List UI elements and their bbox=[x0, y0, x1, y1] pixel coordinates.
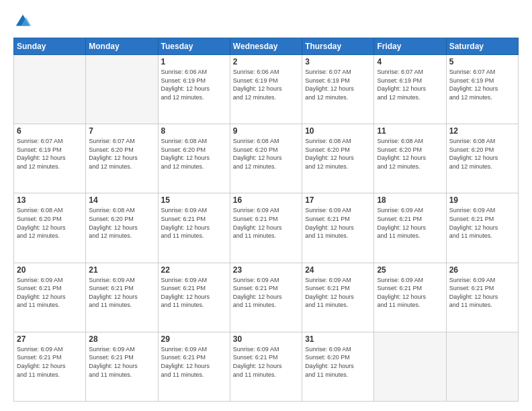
day-number: 3 bbox=[305, 57, 371, 66]
day-number: 22 bbox=[161, 265, 227, 275]
day-number: 8 bbox=[161, 126, 227, 136]
day-info: Sunrise: 6:07 AM Sunset: 6:19 PM Dayligh… bbox=[305, 68, 371, 101]
day-info: Sunrise: 6:09 AM Sunset: 6:21 PM Dayligh… bbox=[233, 345, 299, 379]
day-number: 31 bbox=[305, 334, 371, 344]
day-number: 20 bbox=[17, 265, 83, 275]
weekday-header-saturday: Saturday bbox=[446, 38, 518, 55]
day-number: 6 bbox=[17, 126, 83, 136]
day-number: 16 bbox=[233, 195, 299, 205]
day-number: 27 bbox=[17, 334, 83, 344]
day-number: 13 bbox=[17, 195, 83, 205]
logo-icon bbox=[13, 12, 32, 31]
calendar-cell: 26Sunrise: 6:09 AM Sunset: 6:21 PM Dayli… bbox=[446, 263, 518, 332]
day-number: 1 bbox=[161, 57, 227, 66]
day-number: 28 bbox=[89, 334, 154, 344]
day-info: Sunrise: 6:09 AM Sunset: 6:21 PM Dayligh… bbox=[17, 276, 83, 310]
day-info: Sunrise: 6:06 AM Sunset: 6:19 PM Dayligh… bbox=[233, 68, 299, 101]
calendar-cell: 22Sunrise: 6:09 AM Sunset: 6:21 PM Dayli… bbox=[158, 263, 230, 332]
weekday-header-wednesday: Wednesday bbox=[230, 38, 302, 55]
calendar-cell: 10Sunrise: 6:08 AM Sunset: 6:20 PM Dayli… bbox=[302, 124, 374, 193]
calendar-cell bbox=[374, 332, 446, 401]
day-number: 18 bbox=[377, 195, 443, 205]
day-number: 19 bbox=[449, 195, 515, 205]
calendar-cell: 8Sunrise: 6:08 AM Sunset: 6:20 PM Daylig… bbox=[158, 124, 230, 193]
day-info: Sunrise: 6:09 AM Sunset: 6:21 PM Dayligh… bbox=[161, 276, 227, 310]
calendar-cell bbox=[86, 55, 158, 124]
weekday-header-tuesday: Tuesday bbox=[158, 38, 230, 55]
calendar-cell: 18Sunrise: 6:09 AM Sunset: 6:21 PM Dayli… bbox=[374, 193, 446, 263]
week-row-1: 1Sunrise: 6:06 AM Sunset: 6:19 PM Daylig… bbox=[14, 55, 519, 124]
day-info: Sunrise: 6:07 AM Sunset: 6:19 PM Dayligh… bbox=[449, 68, 515, 101]
calendar-cell: 9Sunrise: 6:08 AM Sunset: 6:20 PM Daylig… bbox=[230, 124, 302, 193]
calendar-cell: 24Sunrise: 6:09 AM Sunset: 6:21 PM Dayli… bbox=[302, 263, 374, 332]
calendar-cell: 4Sunrise: 6:07 AM Sunset: 6:19 PM Daylig… bbox=[374, 55, 446, 124]
calendar-cell bbox=[446, 332, 518, 401]
calendar-cell: 14Sunrise: 6:08 AM Sunset: 6:20 PM Dayli… bbox=[86, 193, 158, 263]
week-row-2: 6Sunrise: 6:07 AM Sunset: 6:19 PM Daylig… bbox=[14, 124, 519, 193]
day-info: Sunrise: 6:09 AM Sunset: 6:21 PM Dayligh… bbox=[161, 345, 227, 379]
day-number: 21 bbox=[89, 265, 154, 275]
calendar-cell: 12Sunrise: 6:08 AM Sunset: 6:20 PM Dayli… bbox=[446, 124, 518, 193]
calendar-cell: 7Sunrise: 6:07 AM Sunset: 6:20 PM Daylig… bbox=[86, 124, 158, 193]
calendar-cell: 31Sunrise: 6:09 AM Sunset: 6:20 PM Dayli… bbox=[302, 332, 374, 401]
day-info: Sunrise: 6:09 AM Sunset: 6:21 PM Dayligh… bbox=[17, 345, 83, 379]
day-info: Sunrise: 6:09 AM Sunset: 6:21 PM Dayligh… bbox=[449, 276, 515, 310]
calendar-cell: 3Sunrise: 6:07 AM Sunset: 6:19 PM Daylig… bbox=[302, 55, 374, 124]
day-number: 9 bbox=[233, 126, 299, 136]
day-info: Sunrise: 6:09 AM Sunset: 6:20 PM Dayligh… bbox=[305, 345, 371, 379]
day-info: Sunrise: 6:08 AM Sunset: 6:20 PM Dayligh… bbox=[233, 137, 299, 171]
day-info: Sunrise: 6:09 AM Sunset: 6:21 PM Dayligh… bbox=[233, 206, 299, 240]
calendar-cell: 21Sunrise: 6:09 AM Sunset: 6:21 PM Dayli… bbox=[86, 263, 158, 332]
calendar-cell: 17Sunrise: 6:09 AM Sunset: 6:21 PM Dayli… bbox=[302, 193, 374, 263]
calendar-cell: 13Sunrise: 6:08 AM Sunset: 6:20 PM Dayli… bbox=[14, 193, 86, 263]
day-number: 15 bbox=[161, 195, 227, 205]
day-info: Sunrise: 6:08 AM Sunset: 6:20 PM Dayligh… bbox=[305, 137, 371, 171]
weekday-header-thursday: Thursday bbox=[302, 38, 374, 55]
calendar-cell: 29Sunrise: 6:09 AM Sunset: 6:21 PM Dayli… bbox=[158, 332, 230, 401]
week-row-4: 20Sunrise: 6:09 AM Sunset: 6:21 PM Dayli… bbox=[14, 263, 519, 332]
calendar-cell: 28Sunrise: 6:09 AM Sunset: 6:21 PM Dayli… bbox=[86, 332, 158, 401]
day-info: Sunrise: 6:06 AM Sunset: 6:19 PM Dayligh… bbox=[161, 68, 227, 101]
weekday-header-monday: Monday bbox=[86, 38, 158, 55]
calendar-cell: 15Sunrise: 6:09 AM Sunset: 6:21 PM Dayli… bbox=[158, 193, 230, 263]
day-info: Sunrise: 6:09 AM Sunset: 6:21 PM Dayligh… bbox=[161, 206, 227, 240]
week-row-5: 27Sunrise: 6:09 AM Sunset: 6:21 PM Dayli… bbox=[14, 332, 519, 401]
day-number: 29 bbox=[161, 334, 227, 344]
calendar-cell: 20Sunrise: 6:09 AM Sunset: 6:21 PM Dayli… bbox=[14, 263, 86, 332]
calendar-cell: 6Sunrise: 6:07 AM Sunset: 6:19 PM Daylig… bbox=[14, 124, 86, 193]
weekday-header-sunday: Sunday bbox=[14, 38, 86, 55]
day-info: Sunrise: 6:09 AM Sunset: 6:21 PM Dayligh… bbox=[449, 206, 515, 240]
day-info: Sunrise: 6:07 AM Sunset: 6:20 PM Dayligh… bbox=[89, 137, 154, 171]
day-info: Sunrise: 6:08 AM Sunset: 6:20 PM Dayligh… bbox=[17, 206, 83, 240]
calendar-cell: 2Sunrise: 6:06 AM Sunset: 6:19 PM Daylig… bbox=[230, 55, 302, 124]
day-number: 7 bbox=[89, 126, 154, 136]
day-number: 26 bbox=[449, 265, 515, 275]
day-number: 10 bbox=[305, 126, 371, 136]
header bbox=[13, 12, 519, 31]
day-info: Sunrise: 6:09 AM Sunset: 6:21 PM Dayligh… bbox=[233, 276, 299, 310]
day-info: Sunrise: 6:09 AM Sunset: 6:21 PM Dayligh… bbox=[305, 276, 371, 310]
day-info: Sunrise: 6:08 AM Sunset: 6:20 PM Dayligh… bbox=[89, 206, 154, 240]
day-number: 12 bbox=[449, 126, 515, 136]
day-number: 17 bbox=[305, 195, 371, 205]
calendar-cell: 1Sunrise: 6:06 AM Sunset: 6:19 PM Daylig… bbox=[158, 55, 230, 124]
weekday-header-friday: Friday bbox=[374, 38, 446, 55]
calendar-cell: 5Sunrise: 6:07 AM Sunset: 6:19 PM Daylig… bbox=[446, 55, 518, 124]
calendar-table: SundayMondayTuesdayWednesdayThursdayFrid… bbox=[13, 38, 519, 402]
logo bbox=[13, 12, 35, 31]
day-info: Sunrise: 6:09 AM Sunset: 6:21 PM Dayligh… bbox=[89, 276, 154, 310]
day-info: Sunrise: 6:09 AM Sunset: 6:21 PM Dayligh… bbox=[377, 276, 443, 310]
week-row-3: 13Sunrise: 6:08 AM Sunset: 6:20 PM Dayli… bbox=[14, 193, 519, 263]
day-number: 30 bbox=[233, 334, 299, 344]
day-number: 5 bbox=[449, 57, 515, 66]
calendar-cell: 11Sunrise: 6:08 AM Sunset: 6:20 PM Dayli… bbox=[374, 124, 446, 193]
calendar-cell: 27Sunrise: 6:09 AM Sunset: 6:21 PM Dayli… bbox=[14, 332, 86, 401]
day-info: Sunrise: 6:07 AM Sunset: 6:19 PM Dayligh… bbox=[377, 68, 443, 101]
day-number: 4 bbox=[377, 57, 443, 66]
day-number: 23 bbox=[233, 265, 299, 275]
day-info: Sunrise: 6:09 AM Sunset: 6:21 PM Dayligh… bbox=[377, 206, 443, 240]
day-number: 2 bbox=[233, 57, 299, 66]
day-info: Sunrise: 6:08 AM Sunset: 6:20 PM Dayligh… bbox=[161, 137, 227, 171]
day-number: 14 bbox=[89, 195, 154, 205]
calendar-cell: 19Sunrise: 6:09 AM Sunset: 6:21 PM Dayli… bbox=[446, 193, 518, 263]
